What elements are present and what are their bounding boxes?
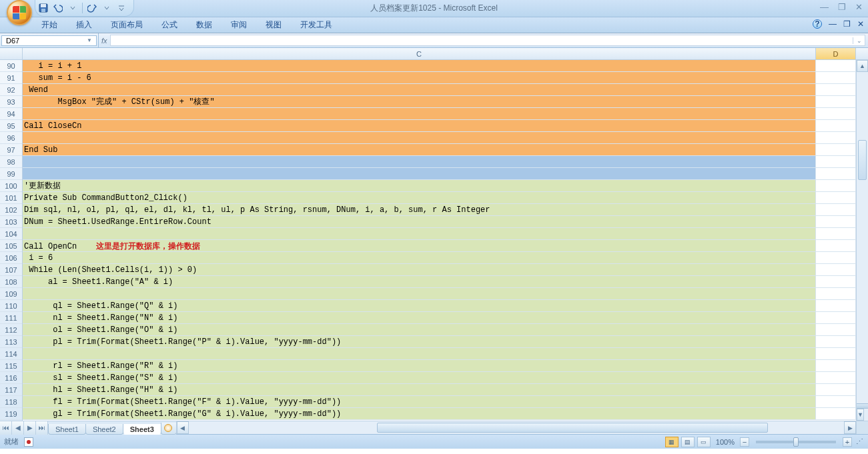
cell-d[interactable] <box>816 156 856 167</box>
row-header[interactable]: 103 <box>0 216 22 228</box>
tab-data[interactable]: 数据 <box>187 17 222 33</box>
tab-view[interactable]: 视图 <box>256 17 291 33</box>
cell-c[interactable]: rl = Sheet1.Range("R" & i) <box>23 360 816 371</box>
restore-icon[interactable]: ❐ <box>838 2 846 12</box>
office-button[interactable] <box>7 0 32 25</box>
cell-c[interactable] <box>23 168 816 179</box>
row-header[interactable]: 102 <box>0 204 22 216</box>
scroll-down-icon[interactable]: ▼ <box>857 409 864 421</box>
cell-c[interactable]: Wend <box>23 84 816 95</box>
scroll-right-icon[interactable]: ▶ <box>844 421 856 434</box>
ribbon-restore-icon[interactable]: ❐ <box>843 19 851 29</box>
close-icon[interactable]: ✕ <box>855 2 863 12</box>
sheet-tab-2[interactable]: Sheet2 <box>85 424 123 435</box>
tab-home[interactable]: 开始 <box>32 17 67 33</box>
row-header[interactable]: 115 <box>0 360 22 372</box>
cell-c[interactable]: Dim sql, nl, ol, pl, ql, el, dl, kl, tl,… <box>23 204 816 215</box>
cell-c[interactable]: i = i + 1 <box>23 60 816 71</box>
row-header[interactable]: 96 <box>0 132 22 144</box>
cell-c[interactable]: ql = Sheet1.Range("Q" & i) <box>23 300 816 311</box>
cell-c[interactable]: DNum = Sheet1.UsedRange.EntireRow.Count <box>23 216 816 227</box>
cell-d[interactable] <box>816 180 856 191</box>
row-header[interactable]: 101 <box>0 192 22 204</box>
tab-insert[interactable]: 插入 <box>67 17 101 33</box>
row-header[interactable]: 109 <box>0 288 22 300</box>
cell-c[interactable]: gl = Trim(Format(Sheet1.Range("G" & i).V… <box>23 408 816 419</box>
view-pagelayout-icon[interactable]: ▤ <box>681 437 695 447</box>
select-all-button[interactable] <box>0 48 23 59</box>
cell-d[interactable] <box>816 216 856 227</box>
row-header[interactable]: 118 <box>0 396 22 408</box>
horizontal-scroll-thumb[interactable] <box>377 423 768 433</box>
formula-bar[interactable]: ⌄ <box>110 35 865 46</box>
macro-record-icon[interactable] <box>24 437 33 447</box>
cell-c[interactable] <box>23 108 816 119</box>
cell-d[interactable] <box>816 276 856 287</box>
fx-icon[interactable]: fx <box>101 37 107 45</box>
row-header[interactable]: 117 <box>0 384 22 396</box>
row-header[interactable]: 116 <box>0 372 22 384</box>
cell-c[interactable]: MsgBox "完成" + CStr(sum) + "核查" <box>23 96 816 107</box>
cell-d[interactable] <box>816 132 856 143</box>
cell-d[interactable] <box>816 324 856 335</box>
scroll-left-icon[interactable]: ◀ <box>177 421 189 434</box>
vertical-scroll-thumb[interactable] <box>858 140 867 180</box>
tab-developer[interactable]: 开发工具 <box>291 17 342 33</box>
row-header[interactable]: 106 <box>0 252 22 264</box>
cell-d[interactable] <box>816 288 856 299</box>
row-header[interactable]: 107 <box>0 264 22 276</box>
cell-d[interactable] <box>816 300 856 311</box>
cell-c[interactable] <box>23 228 816 239</box>
sheet-nav-last-icon[interactable]: ⏭ <box>36 421 48 435</box>
row-header[interactable]: 114 <box>0 348 22 360</box>
row-header[interactable]: 105 <box>0 240 22 252</box>
qat-customize-icon[interactable] <box>116 3 127 13</box>
cell-d[interactable] <box>816 360 856 371</box>
cell-c[interactable]: hl = Sheet1.Range("H" & i) <box>23 384 816 395</box>
sheet-tab-1[interactable]: Sheet1 <box>48 424 86 435</box>
row-header[interactable]: 112 <box>0 324 22 336</box>
scroll-up-icon[interactable]: ▲ <box>857 60 868 72</box>
save-icon[interactable] <box>38 3 49 13</box>
zoom-level[interactable]: 100% <box>716 438 735 446</box>
cell-c[interactable]: i = 6 <box>23 252 816 263</box>
row-header[interactable]: 99 <box>0 168 22 180</box>
cell-d[interactable] <box>816 228 856 239</box>
view-pagebreak-icon[interactable]: ▭ <box>697 437 711 447</box>
name-box-dropdown-icon[interactable]: ▼ <box>87 37 92 43</box>
cell-c[interactable] <box>23 348 816 359</box>
sheet-nav-prev-icon[interactable]: ◀ <box>12 421 24 435</box>
cell-d[interactable] <box>816 312 856 323</box>
cells-area[interactable]: i = i + 1 sum = i - 6 Wend MsgBox "完成" +… <box>23 60 856 421</box>
cell-d[interactable] <box>816 252 856 263</box>
help-icon[interactable]: ? <box>813 19 822 29</box>
redo-icon[interactable] <box>87 3 97 13</box>
cell-c[interactable]: End Sub <box>23 144 816 155</box>
cell-d[interactable] <box>816 60 856 71</box>
row-header[interactable]: 111 <box>0 312 22 324</box>
name-box[interactable]: D67 ▼ <box>1 35 97 46</box>
cell-d[interactable] <box>816 120 856 131</box>
cell-d[interactable] <box>816 96 856 107</box>
cell-d[interactable] <box>816 168 856 179</box>
cell-d[interactable] <box>816 144 856 155</box>
row-header[interactable]: 90 <box>0 60 22 72</box>
cell-c[interactable]: While (Len(Sheet1.Cells(i, 1)) > 0) <box>23 264 816 275</box>
cell-d[interactable] <box>816 384 856 395</box>
insert-sheet-button[interactable] <box>161 423 177 435</box>
cell-c[interactable]: sl = Sheet1.Range("S" & i) <box>23 372 816 383</box>
cell-d[interactable] <box>816 348 856 359</box>
cell-d[interactable] <box>816 408 856 419</box>
qat-dropdown-icon[interactable] <box>67 3 78 13</box>
row-header[interactable]: 100 <box>0 180 22 192</box>
row-header[interactable]: 95 <box>0 120 22 132</box>
row-header[interactable]: 119 <box>0 408 22 420</box>
ribbon-close-icon[interactable]: ✕ <box>857 19 864 29</box>
cell-c[interactable]: Private Sub CommandButton2_Click() <box>23 192 816 203</box>
tab-pagelayout[interactable]: 页面布局 <box>101 17 152 33</box>
tab-formulas[interactable]: 公式 <box>152 17 187 33</box>
cell-d[interactable] <box>816 72 856 83</box>
vertical-split-handle[interactable] <box>857 403 868 409</box>
formula-bar-expand-icon[interactable]: ⌄ <box>853 37 865 44</box>
column-header-d[interactable]: D <box>816 48 856 59</box>
